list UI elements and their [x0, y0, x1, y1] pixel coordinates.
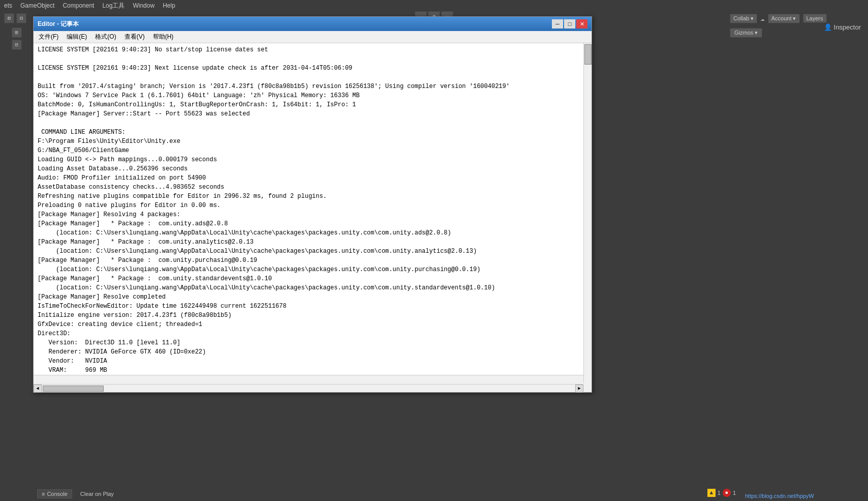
menu-help[interactable]: 帮助(H) — [150, 32, 177, 42]
inspector-person-icon: 👤 — [824, 23, 832, 31]
error-icon: ● — [723, 489, 731, 497]
notepad-controls: ─ □ ✕ — [552, 19, 587, 28]
cloud-icon[interactable]: ☁ — [760, 14, 764, 23]
menu-item-window[interactable]: Window — [133, 2, 154, 9]
notepad-menubar: 文件(F) 编辑(E) 格式(O) 查看(V) 帮助(H) — [34, 31, 592, 43]
notepad-text[interactable]: LICENSE SYSTEM [202161 9:40:23] No start… — [34, 43, 592, 383]
scrollbar-thumb-horizontal[interactable] — [43, 386, 104, 392]
minimize-button[interactable]: ─ — [552, 19, 563, 28]
bottom-panel: ≡ Console Clear on Play — [33, 487, 741, 501]
menu-item-component[interactable]: Component — [63, 2, 94, 9]
notepad-window: Editor - 记事本 ─ □ ✕ 文件(F) 编辑(E) 格式(O) 查看(… — [33, 16, 592, 393]
scrollbar-thumb-vertical[interactable] — [584, 44, 592, 65]
notepad-content-area: LICENSE SYSTEM [202161 9:40:23] No start… — [34, 43, 592, 383]
vertical-scrollbar[interactable] — [583, 43, 592, 383]
collab-button[interactable]: Collab ▾ — [730, 14, 757, 23]
toolbar-icon-1[interactable]: ⊞ — [4, 13, 14, 23]
gizmos-button[interactable]: Gizmos ▾ — [730, 28, 762, 38]
menu-item-logtool[interactable]: Log工具 — [102, 2, 125, 10]
left-panel-icon-2[interactable]: ⊟ — [12, 40, 22, 50]
horizontal-scrollbar[interactable]: ◀ ▶ — [34, 384, 583, 392]
account-button[interactable]: Account ▾ — [768, 14, 800, 23]
scrollbar-track-horizontal[interactable] — [42, 385, 575, 392]
notepad-titlebar[interactable]: Editor - 记事本 ─ □ ✕ — [34, 17, 592, 31]
menu-format[interactable]: 格式(O) — [92, 32, 119, 42]
layers-button[interactable]: Layers — [803, 14, 827, 23]
status-icons: ▲ 1 ● 1 — [707, 489, 736, 497]
console-icon: ≡ — [42, 491, 45, 497]
menu-item-ets[interactable]: ets — [4, 2, 12, 9]
menu-edit[interactable]: 编辑(E) — [64, 32, 90, 42]
error-count: 1 — [733, 490, 736, 496]
scroll-right-arrow[interactable]: ▶ — [575, 385, 583, 393]
url-bar: https://blog.csdn.net/hppyW — [741, 491, 868, 501]
scroll-left-arrow[interactable]: ◀ — [34, 385, 42, 393]
inspector-label: Inspector — [834, 23, 861, 31]
notepad-statusbar — [34, 375, 583, 384]
menu-item-gameobject[interactable]: GameObject — [20, 2, 54, 9]
maximize-button[interactable]: □ — [564, 19, 575, 28]
close-button[interactable]: ✕ — [576, 19, 587, 28]
left-panel: ⊞ ⊟ — [0, 25, 33, 501]
menu-file[interactable]: 文件(F) — [36, 32, 61, 42]
menu-view[interactable]: 查看(V) — [121, 32, 148, 42]
url-text: https://blog.csdn.net/hppyW — [745, 493, 814, 499]
top-menubar: ets GameObject Component Log工具 Window He… — [0, 0, 868, 11]
inspector-section: 👤 Inspector — [824, 23, 861, 31]
notepad-title: Editor - 记事本 — [38, 20, 79, 28]
left-panel-icon-1[interactable]: ⊞ — [12, 27, 22, 38]
clear-on-play-label[interactable]: Clear on Play — [80, 491, 114, 497]
console-label: Console — [47, 491, 67, 497]
warning-count: 1 — [718, 490, 721, 496]
menu-item-help[interactable]: Help — [163, 2, 175, 9]
console-button[interactable]: ≡ Console — [37, 489, 72, 498]
warning-icon: ▲ — [707, 489, 716, 497]
toolbar-icon-2[interactable]: ⊟ — [16, 13, 26, 23]
